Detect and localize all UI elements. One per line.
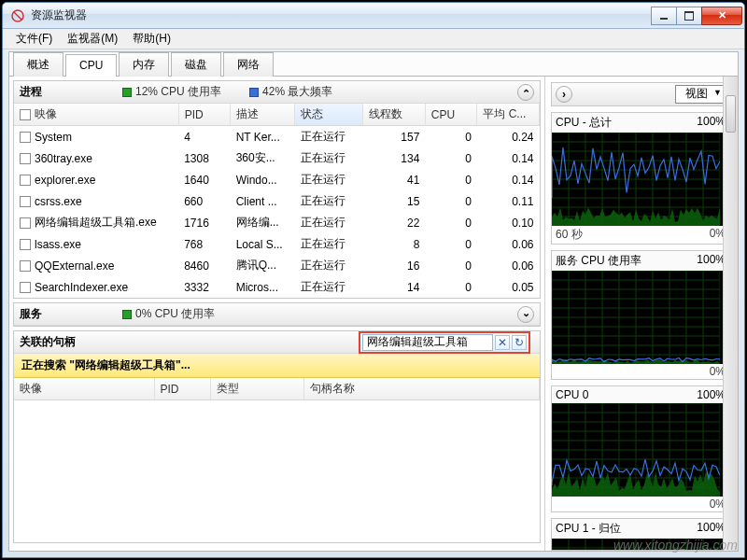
max-freq-icon xyxy=(249,88,259,97)
menu-file[interactable]: 文件(F) xyxy=(8,29,60,49)
table-row[interactable]: 360tray.exe1308360安...正在运行13400.14 xyxy=(14,147,540,169)
refresh-search-icon[interactable]: ↻ xyxy=(512,335,527,350)
cpu-usage-label: 12% CPU 使用率 xyxy=(135,84,221,100)
chart-1: 服务 CPU 使用率100%0% xyxy=(551,250,730,380)
row-checkbox[interactable] xyxy=(20,175,31,186)
section-services: 服务 0% CPU 使用率 xyxy=(13,302,541,327)
minimize-button[interactable] xyxy=(651,7,677,25)
col-image[interactable]: 映像 xyxy=(14,104,178,126)
col-desc[interactable]: 描述 xyxy=(231,104,295,126)
right-scrollbar[interactable] xyxy=(723,77,738,551)
table-row[interactable]: SearchIndexer.exe3332Micros...正在运行1400.0… xyxy=(14,276,540,298)
row-checkbox[interactable] xyxy=(20,239,31,250)
services-expand-button[interactable] xyxy=(517,306,534,323)
left-pane: 进程 12% CPU 使用率 42% 最大频率 映像 PID 描述 状态 线程数 xyxy=(9,77,545,551)
titlebar[interactable]: 资源监视器 xyxy=(3,3,744,29)
handle-search-input[interactable] xyxy=(362,334,493,351)
hcol-handle[interactable]: 句柄名称 xyxy=(303,378,540,400)
hcol-type[interactable]: 类型 xyxy=(210,378,303,400)
col-avg[interactable]: 平均 C... xyxy=(477,104,540,126)
svc-cpu-label: 0% CPU 使用率 xyxy=(135,306,215,322)
chart-title: 服务 CPU 使用率 xyxy=(556,253,641,269)
processes-header[interactable]: 进程 12% CPU 使用率 42% 最大频率 xyxy=(14,81,540,104)
services-title: 服务 xyxy=(20,306,94,322)
scrollbar-thumb[interactable] xyxy=(726,95,736,133)
max-freq-label: 42% 最大频率 xyxy=(262,84,332,100)
window: 资源监视器 文件(F) 监视器(M) 帮助(H) 概述 CPU 内存 磁盘 网络… xyxy=(2,2,745,558)
tab-cpu[interactable]: CPU xyxy=(65,54,117,77)
right-toolbar: 视图 xyxy=(551,82,730,106)
close-button[interactable] xyxy=(701,7,742,25)
view-dropdown[interactable]: 视图 xyxy=(675,85,726,104)
section-handles: 关联的句柄 ✕ ↻ 正在搜索 "网络编辑超级工具箱"... 映像 xyxy=(13,330,541,543)
cpu-usage-icon xyxy=(122,88,132,97)
hcol-image[interactable]: 映像 xyxy=(14,378,154,400)
search-highlight: ✕ ↻ xyxy=(359,331,530,354)
right-pane: 视图 CPU - 总计100%60 秒0%服务 CPU 使用率100%0%CPU… xyxy=(545,77,738,551)
table-row[interactable]: System4NT Ker...正在运行15700.24 xyxy=(14,126,540,148)
tab-overview[interactable]: 概述 xyxy=(13,52,63,77)
chart-title: CPU - 总计 xyxy=(556,115,612,131)
chart-max: 100% xyxy=(697,115,726,131)
chart-0: CPU - 总计100%60 秒0% xyxy=(551,112,730,245)
clear-search-icon[interactable]: ✕ xyxy=(495,335,510,350)
svc-cpu-icon xyxy=(122,310,132,319)
table-row[interactable]: explorer.exe1640Windo...正在运行4100.14 xyxy=(14,169,540,190)
chart-title: CPU 0 xyxy=(556,388,588,401)
processes-title: 进程 xyxy=(20,84,94,100)
handles-table: 映像 PID 类型 句柄名称 xyxy=(14,378,540,400)
collapse-right-button[interactable] xyxy=(556,86,572,103)
col-pid[interactable]: PID xyxy=(178,104,231,126)
chart-xlabel: 60 秒 xyxy=(556,227,583,243)
tab-disk[interactable]: 磁盘 xyxy=(171,52,221,77)
menu-monitor[interactable]: 监视器(M) xyxy=(60,29,125,49)
svg-line-1 xyxy=(14,12,21,20)
section-processes: 进程 12% CPU 使用率 42% 最大频率 映像 PID 描述 状态 线程数 xyxy=(13,80,541,299)
row-checkbox[interactable] xyxy=(20,217,31,229)
row-checkbox[interactable] xyxy=(20,153,31,164)
app-icon xyxy=(10,8,25,23)
chart-max: 100% xyxy=(697,388,726,401)
services-header[interactable]: 服务 0% CPU 使用率 xyxy=(14,303,540,326)
row-checkbox[interactable] xyxy=(20,260,31,272)
row-checkbox[interactable] xyxy=(20,196,31,207)
chart-3: CPU 1 - 归位100% xyxy=(551,518,730,551)
table-row[interactable]: lsass.exe768Local S...正在运行800.06 xyxy=(14,233,540,255)
menubar: 文件(F) 监视器(M) 帮助(H) xyxy=(3,29,744,49)
table-row[interactable]: csrss.exe660Client ...正在运行1500.11 xyxy=(14,190,540,212)
menu-help[interactable]: 帮助(H) xyxy=(125,29,178,49)
col-threads[interactable]: 线程数 xyxy=(363,104,426,126)
handles-title: 关联的句柄 xyxy=(20,334,76,350)
chart-2: CPU 0100%0% xyxy=(551,385,730,512)
tab-network[interactable]: 网络 xyxy=(223,52,274,77)
chart-max: 100% xyxy=(697,253,726,269)
row-checkbox[interactable] xyxy=(20,282,31,293)
searching-info: 正在搜索 "网络编辑超级工具箱"... xyxy=(14,354,540,378)
col-cpu[interactable]: CPU xyxy=(425,104,477,126)
hcol-pid[interactable]: PID xyxy=(154,378,210,400)
checkbox-all[interactable] xyxy=(20,109,31,120)
processes-collapse-button[interactable] xyxy=(517,84,534,101)
table-row[interactable]: 网络编辑超级工具箱.exe1716网络编...正在运行2200.10 xyxy=(14,212,540,233)
tabstrip: 概述 CPU 内存 磁盘 网络 xyxy=(9,52,738,77)
processes-table: 映像 PID 描述 状态 线程数 CPU 平均 C... System4NT K… xyxy=(14,104,540,298)
client-area: 概述 CPU 内存 磁盘 网络 进程 12% CPU 使用率 42% 最大频率 xyxy=(8,51,739,552)
row-checkbox[interactable] xyxy=(20,132,31,143)
handles-header[interactable]: 关联的句柄 ✕ ↻ xyxy=(14,331,540,354)
chart-max: 100% xyxy=(697,521,726,537)
window-title: 资源监视器 xyxy=(31,7,652,23)
chart-title: CPU 1 - 归位 xyxy=(556,521,621,537)
table-row[interactable]: QQExternal.exe8460腾讯Q...正在运行1600.06 xyxy=(14,255,540,276)
col-status[interactable]: 状态 xyxy=(295,104,363,126)
maximize-button[interactable] xyxy=(676,7,702,25)
tab-memory[interactable]: 内存 xyxy=(119,52,169,77)
